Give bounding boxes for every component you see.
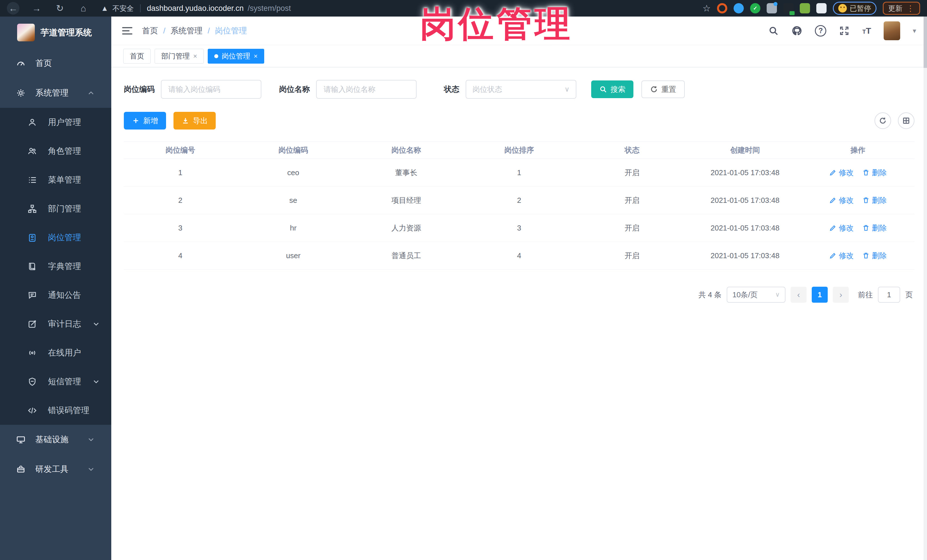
- delete-link[interactable]: 删除: [862, 196, 887, 205]
- sidebar-item-infrastructure[interactable]: 基础设施: [0, 425, 111, 454]
- announcement-icon: [27, 290, 37, 300]
- sidebar-item-label: 错误码管理: [48, 405, 89, 416]
- page-size-select[interactable]: 10条/页 ∨: [727, 287, 786, 303]
- tab-post[interactable]: 岗位管理 ×: [208, 49, 264, 64]
- table-row[interactable]: 1 ceo 董事长 1 开启 2021-01-05 17:03:48 修改 删除: [124, 159, 915, 187]
- sidebar-item-label: 部门管理: [48, 203, 81, 214]
- table-row[interactable]: 4 user 普通员工 4 开启 2021-01-05 17:03:48 修改 …: [124, 242, 915, 270]
- chevron-down-icon: [87, 436, 95, 444]
- active-tab-dot: [214, 54, 218, 58]
- sidebar-item-online-users[interactable]: 在线用户: [0, 338, 111, 367]
- column-settings-button[interactable]: [898, 112, 915, 129]
- search-icon[interactable]: [768, 26, 779, 36]
- extension-icon-blue[interactable]: [734, 3, 744, 14]
- table-row[interactable]: 3 hr 人力资源 3 开启 2021-01-05 17:03:48 修改 删除: [124, 214, 915, 242]
- sidebar-item-menus[interactable]: 菜单管理: [0, 165, 111, 194]
- github-icon[interactable]: [792, 26, 802, 36]
- sidebar-item-error-codes[interactable]: 错误码管理: [0, 396, 111, 425]
- add-button-label: 新增: [143, 116, 158, 126]
- security-label: 不安全: [112, 4, 134, 13]
- avatar-dropdown-caret-icon[interactable]: ▾: [913, 27, 916, 35]
- search-form: 岗位编码 岗位名称 状态 岗位状态 ∨: [124, 80, 915, 99]
- tab-dept[interactable]: 部门管理 ×: [155, 49, 204, 64]
- sidebar-item-depts[interactable]: 部门管理: [0, 194, 111, 223]
- post-code-input[interactable]: [161, 80, 261, 99]
- sidebar-item-dict[interactable]: 字典管理: [0, 252, 111, 281]
- sidebar-item-audit-log[interactable]: 审计日志: [0, 310, 111, 338]
- edit-link[interactable]: 修改: [829, 251, 854, 261]
- sidebar-item-posts[interactable]: 岗位管理: [0, 223, 111, 252]
- edit-icon: [829, 224, 837, 232]
- chevron-down-icon: [87, 465, 95, 473]
- edit-link[interactable]: 修改: [829, 196, 854, 205]
- scrollbar-thumb[interactable]: [924, 17, 927, 68]
- sidebar-item-sms[interactable]: 短信管理: [0, 367, 111, 396]
- search-button[interactable]: 搜索: [591, 80, 634, 98]
- list-icon: [27, 175, 37, 185]
- browser-forward-icon[interactable]: →: [30, 2, 43, 15]
- bookmark-star-icon[interactable]: ☆: [702, 3, 711, 14]
- add-button[interactable]: 新增: [124, 112, 166, 129]
- export-button[interactable]: 导出: [173, 112, 216, 129]
- browser-back-icon[interactable]: ←: [7, 2, 20, 15]
- breadcrumb-current: 岗位管理: [215, 26, 247, 36]
- extension-icon-puzzle-green[interactable]: [800, 3, 810, 14]
- url-domain: dashboard.yudao.iocoder.cn: [147, 4, 244, 13]
- collapse-sidebar-icon[interactable]: [122, 27, 132, 35]
- breadcrumb-home[interactable]: 首页: [142, 26, 158, 36]
- extension-icon-green-check[interactable]: ✓: [750, 3, 760, 14]
- goto-page-input[interactable]: [878, 287, 900, 303]
- prev-page-button[interactable]: ‹: [790, 287, 807, 303]
- extensions-icon[interactable]: [816, 3, 827, 14]
- help-icon[interactable]: ?: [815, 25, 826, 36]
- cell-sort: 4: [463, 251, 576, 260]
- post-name-input[interactable]: [316, 80, 416, 99]
- scrollbar[interactable]: [924, 17, 927, 560]
- sidebar-item-users[interactable]: 用户管理: [0, 108, 111, 137]
- extension-icon-rows[interactable]: [783, 3, 793, 14]
- cell-name: 董事长: [350, 168, 463, 178]
- tab-home[interactable]: 首页: [123, 49, 150, 64]
- fullscreen-icon[interactable]: [839, 26, 849, 36]
- profile-paused-badge[interactable]: 已暂停: [833, 2, 877, 15]
- post-code-label: 岗位编码: [124, 84, 155, 94]
- browser-home-icon[interactable]: ⌂: [77, 2, 90, 15]
- monitor-icon: [16, 435, 26, 445]
- edit-link[interactable]: 修改: [829, 168, 854, 178]
- post-name-label: 岗位名称: [279, 84, 310, 94]
- delete-link[interactable]: 删除: [862, 251, 887, 261]
- breadcrumb-section[interactable]: 系统管理: [171, 26, 202, 36]
- gear-icon: [16, 88, 26, 98]
- delete-link[interactable]: 删除: [862, 223, 887, 233]
- extension-icon-grid[interactable]: [767, 3, 777, 14]
- screen: ← → ↻ ⌂ ▲ 不安全 dashboard.yudao.iocoder.cn…: [0, 0, 927, 560]
- browser-menu-icon[interactable]: ⋮: [906, 4, 915, 13]
- reset-button[interactable]: 重置: [641, 80, 685, 98]
- sidebar-item-system[interactable]: 系统管理: [0, 78, 111, 108]
- close-icon[interactable]: ×: [193, 52, 197, 60]
- address-bar[interactable]: ▲ 不安全 dashboard.yudao.iocoder.cn /system…: [101, 4, 291, 13]
- sidebar-item-notice[interactable]: 通知公告: [0, 281, 111, 310]
- app-logo[interactable]: 芋道管理系统: [0, 17, 111, 49]
- next-page-button[interactable]: ›: [833, 287, 849, 303]
- edit-link[interactable]: 修改: [829, 223, 854, 233]
- user-avatar[interactable]: [884, 21, 900, 40]
- delete-link[interactable]: 删除: [862, 168, 887, 178]
- cell-created: 2021-01-05 17:03:48: [688, 196, 801, 205]
- url-path: /system/post: [248, 4, 291, 13]
- font-size-icon[interactable]: TT: [862, 26, 871, 36]
- extension-icon-orange[interactable]: [717, 3, 727, 14]
- status-select[interactable]: 岗位状态 ∨: [466, 80, 576, 99]
- browser-reload-icon[interactable]: ↻: [54, 2, 66, 15]
- browser-update-button[interactable]: 更新 ⋮: [883, 2, 920, 15]
- table-row[interactable]: 2 se 项目经理 2 开启 2021-01-05 17:03:48 修改 删除: [124, 187, 915, 214]
- refresh-table-button[interactable]: [874, 112, 891, 129]
- cell-created: 2021-01-05 17:03:48: [688, 168, 801, 177]
- sidebar-item-dev-tools[interactable]: 研发工具: [0, 454, 111, 484]
- sidebar-item-home[interactable]: 首页: [0, 49, 111, 78]
- close-icon[interactable]: ×: [254, 52, 258, 60]
- sidebar-item-label: 首页: [35, 58, 52, 69]
- page-number-button[interactable]: 1: [812, 287, 828, 303]
- sidebar-item-roles[interactable]: 角色管理: [0, 137, 111, 165]
- reset-button-label: 重置: [661, 85, 676, 94]
